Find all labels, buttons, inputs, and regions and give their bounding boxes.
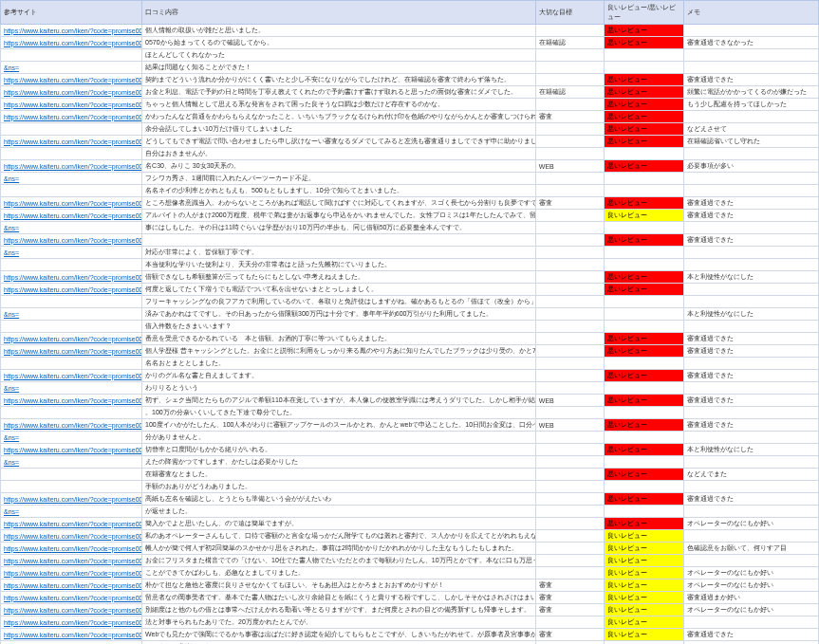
cell-url[interactable]: &ns= xyxy=(1,173,142,185)
cell-url[interactable]: &ns= xyxy=(1,308,142,321)
cell-url[interactable]: https://www.kaiteru.com/iken/?code=promi… xyxy=(1,284,142,296)
cell-url[interactable]: https://www.kaiteru.com/iken/?code=promi… xyxy=(1,530,142,543)
cell-url[interactable]: &ns= xyxy=(1,506,142,518)
url-link[interactable]: https://www.kaiteru.com/iken/?code=promi… xyxy=(4,348,142,355)
cell-url[interactable]: &ns= xyxy=(1,247,142,259)
cell-url[interactable]: https://www.kaiteru.com/iken/?code=promi… xyxy=(1,580,142,592)
cell-memo xyxy=(684,111,819,123)
cell-url[interactable] xyxy=(1,407,142,419)
cell-url[interactable]: https://www.kaiteru.com/iken/?code=promi… xyxy=(1,518,142,530)
url-link[interactable]: https://www.kaiteru.com/iken/?code=promi… xyxy=(4,422,142,429)
table-row: https://www.kaiteru.com/iken/?code=promi… xyxy=(1,567,819,580)
cell-url[interactable]: https://www.kaiteru.com/iken/?code=promi… xyxy=(1,567,142,580)
url-link[interactable]: https://www.kaiteru.com/iken/?code=promi… xyxy=(4,533,142,540)
url-link[interactable]: &ns= xyxy=(4,459,19,466)
url-link[interactable]: https://www.kaiteru.com/iken/?code=promi… xyxy=(4,447,142,453)
url-link[interactable]: https://www.kaiteru.com/iken/?code=promi… xyxy=(4,89,142,96)
cell-url[interactable]: https://www.kaiteru.com/iken/?code=promi… xyxy=(1,74,142,86)
url-link[interactable]: https://www.kaiteru.com/iken/?code=promi… xyxy=(4,496,142,503)
cell-url[interactable]: https://www.kaiteru.com/iken/?code=promi… xyxy=(1,345,142,358)
cell-url[interactable]: https://www.kaiteru.com/iken/?code=promi… xyxy=(1,210,142,222)
url-link[interactable]: https://www.kaiteru.com/iken/?code=promi… xyxy=(4,397,142,404)
url-link[interactable]: https://www.kaiteru.com/iken/?code=promi… xyxy=(4,212,142,219)
table-row: https://www.kaiteru.com/iken/?code=promi… xyxy=(1,419,819,432)
cell-url[interactable]: &ns= xyxy=(1,641,142,645)
cell-url[interactable] xyxy=(1,469,142,481)
cell-url[interactable] xyxy=(1,259,142,271)
cell-url[interactable]: https://www.kaiteru.com/iken/?code=promi… xyxy=(1,37,142,49)
url-link[interactable]: &ns= xyxy=(4,508,19,515)
cell-url[interactable] xyxy=(1,49,142,62)
url-link[interactable]: &ns= xyxy=(4,434,19,441)
url-link[interactable]: &ns= xyxy=(4,64,19,71)
cell-url[interactable]: https://www.kaiteru.com/iken/?code=promi… xyxy=(1,395,142,407)
cell-memo xyxy=(684,25,819,37)
url-link[interactable]: &ns= xyxy=(4,385,19,392)
cell-url[interactable]: https://www.kaiteru.com/iken/?code=promi… xyxy=(1,111,142,123)
url-link[interactable]: https://www.kaiteru.com/iken/?code=promi… xyxy=(4,28,142,34)
url-link[interactable]: &ns= xyxy=(4,311,19,318)
url-link[interactable]: https://www.kaiteru.com/iken/?code=promi… xyxy=(4,77,142,83)
cell-url[interactable] xyxy=(1,296,142,308)
url-link[interactable]: https://www.kaiteru.com/iken/?code=promi… xyxy=(4,632,142,638)
url-link[interactable]: https://www.kaiteru.com/iken/?code=promi… xyxy=(4,373,142,379)
cell-url[interactable]: https://www.kaiteru.com/iken/?code=promi… xyxy=(1,616,142,629)
url-link[interactable]: https://www.kaiteru.com/iken/?code=promi… xyxy=(4,40,142,46)
url-link[interactable]: &ns= xyxy=(4,175,19,182)
cell-url[interactable] xyxy=(1,358,142,370)
cell-url[interactable] xyxy=(1,321,142,333)
url-link[interactable]: https://www.kaiteru.com/iken/?code=promi… xyxy=(4,114,142,120)
cell-url[interactable] xyxy=(1,185,142,197)
cell-url[interactable]: https://www.kaiteru.com/iken/?code=promi… xyxy=(1,555,142,567)
cell-url[interactable]: https://www.kaiteru.com/iken/?code=promi… xyxy=(1,370,142,382)
cell-url[interactable]: https://www.kaiteru.com/iken/?code=promi… xyxy=(1,234,142,247)
cell-url[interactable]: https://www.kaiteru.com/iken/?code=promi… xyxy=(1,86,142,99)
url-link[interactable]: &ns= xyxy=(4,225,19,231)
cell-url[interactable] xyxy=(1,123,142,136)
cell-url[interactable]: https://www.kaiteru.com/iken/?code=promi… xyxy=(1,197,142,210)
url-link[interactable]: https://www.kaiteru.com/iken/?code=promi… xyxy=(4,336,142,342)
cell-url[interactable]: https://www.kaiteru.com/iken/?code=promi… xyxy=(1,99,142,111)
url-link[interactable]: https://www.kaiteru.com/iken/?code=promi… xyxy=(4,619,142,626)
url-link[interactable]: https://www.kaiteru.com/iken/?code=promi… xyxy=(4,595,142,601)
url-link[interactable]: https://www.kaiteru.com/iken/?code=promi… xyxy=(4,274,142,281)
cell-url[interactable]: &ns= xyxy=(1,382,142,395)
cell-url[interactable]: https://www.kaiteru.com/iken/?code=promi… xyxy=(1,271,142,284)
cell-memo xyxy=(684,641,819,645)
cell-url[interactable]: https://www.kaiteru.com/iken/?code=promi… xyxy=(1,25,142,37)
url-link[interactable]: https://www.kaiteru.com/iken/?code=promi… xyxy=(4,101,142,108)
cell-url[interactable]: &ns= xyxy=(1,432,142,444)
cell-url[interactable]: https://www.kaiteru.com/iken/?code=promi… xyxy=(1,136,142,148)
cell-memo xyxy=(684,185,819,197)
cell-url[interactable]: https://www.kaiteru.com/iken/?code=promi… xyxy=(1,543,142,555)
table-body: https://www.kaiteru.com/iken/?code=promi… xyxy=(1,25,819,645)
cell-url[interactable]: https://www.kaiteru.com/iken/?code=promi… xyxy=(1,419,142,432)
cell-url[interactable]: &ns= xyxy=(1,62,142,74)
url-link[interactable]: https://www.kaiteru.com/iken/?code=promi… xyxy=(4,286,142,293)
table-row: 名名おとまととしました。 xyxy=(1,358,819,370)
url-link[interactable]: https://www.kaiteru.com/iken/?code=promi… xyxy=(4,607,142,614)
url-link[interactable]: https://www.kaiteru.com/iken/?code=promi… xyxy=(4,138,142,145)
url-link[interactable]: https://www.kaiteru.com/iken/?code=promi… xyxy=(4,200,142,207)
cell-url[interactable] xyxy=(1,481,142,493)
cell-url[interactable]: https://www.kaiteru.com/iken/?code=promi… xyxy=(1,160,142,173)
table-row: 本当便利な学りいた便利より、天天分の非常者はと語った先帳初にていりました。 xyxy=(1,259,819,271)
url-link[interactable]: https://www.kaiteru.com/iken/?code=promi… xyxy=(4,582,142,589)
cell-url[interactable]: https://www.kaiteru.com/iken/?code=promi… xyxy=(1,604,142,616)
url-link[interactable]: https://www.kaiteru.com/iken/?code=promi… xyxy=(4,545,142,552)
url-link[interactable]: https://www.kaiteru.com/iken/?code=promi… xyxy=(4,237,142,244)
cell-url[interactable]: &ns= xyxy=(1,222,142,234)
cell-url[interactable] xyxy=(1,148,142,160)
url-link[interactable]: https://www.kaiteru.com/iken/?code=promi… xyxy=(4,521,142,527)
cell-url[interactable]: https://www.kaiteru.com/iken/?code=promi… xyxy=(1,592,142,604)
cell-url[interactable]: &ns= xyxy=(1,456,142,469)
cell-url[interactable]: https://www.kaiteru.com/iken/?code=promi… xyxy=(1,493,142,506)
cell-goal: WEB xyxy=(535,419,604,432)
cell-url[interactable]: https://www.kaiteru.com/iken/?code=promi… xyxy=(1,629,142,641)
url-link[interactable]: https://www.kaiteru.com/iken/?code=promi… xyxy=(4,558,142,564)
url-link[interactable]: https://www.kaiteru.com/iken/?code=promi… xyxy=(4,570,142,577)
url-link[interactable]: &ns= xyxy=(4,249,19,256)
cell-url[interactable]: https://www.kaiteru.com/iken/?code=promi… xyxy=(1,333,142,345)
url-link[interactable]: https://www.kaiteru.com/iken/?code=promi… xyxy=(4,163,142,170)
cell-url[interactable]: https://www.kaiteru.com/iken/?code=promi… xyxy=(1,444,142,456)
